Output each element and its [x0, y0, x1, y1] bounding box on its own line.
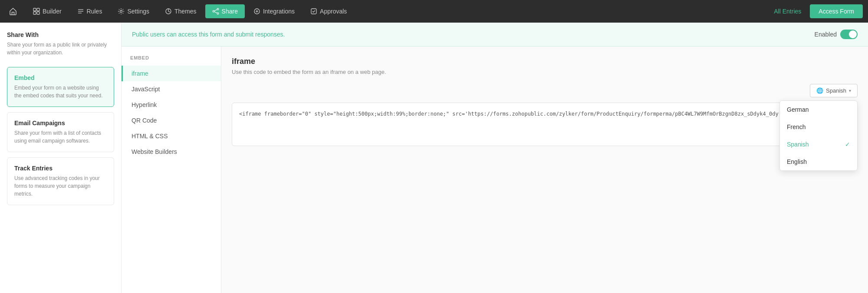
sidebar-card-embed[interactable]: Embed Embed your form on a website using… — [7, 67, 114, 107]
toggle-knob — [849, 30, 857, 38]
toggle-wrapper: Enabled — [815, 30, 858, 39]
chevron-down-icon: ▾ — [849, 88, 851, 93]
globe-icon: 🌐 — [816, 87, 823, 94]
share-with-title: Share With — [7, 31, 114, 38]
embed-nav-html-css[interactable]: HTML & CSS — [122, 128, 221, 144]
home-button[interactable] — [5, 3, 21, 19]
dropdown-item-french[interactable]: French — [780, 118, 857, 136]
email-campaigns-card-title: Email Campaigns — [14, 120, 107, 127]
status-banner: Public users can access this form and su… — [122, 23, 868, 47]
svg-line-13 — [214, 12, 217, 13]
svg-rect-3 — [37, 12, 39, 14]
left-sidebar: Share With Share your form as a public l… — [0, 23, 122, 293]
embed-nav-title: EMBED — [122, 55, 221, 60]
content-area: Public users can access this form and su… — [122, 23, 868, 293]
nav-settings[interactable]: Settings — [111, 4, 156, 18]
embed-nav-qr-code[interactable]: QR Code — [122, 113, 221, 128]
embed-iframe-title: iframe — [232, 57, 858, 66]
nav-integrations[interactable]: Integrations — [247, 4, 302, 18]
sidebar-card-track-entries[interactable]: Track Entries Use advanced tracking code… — [7, 157, 114, 205]
svg-rect-2 — [33, 12, 36, 14]
svg-line-12 — [214, 10, 217, 11]
embed-nav-iframe[interactable]: iframe — [122, 66, 221, 81]
embed-main-content: iframe Use this code to embed the form a… — [221, 47, 868, 293]
language-selector-wrapper: 🌐 Spanish ▾ German French Spanish — [232, 84, 858, 97]
email-campaigns-card-desc: Share your form with a list of contacts … — [14, 129, 107, 145]
access-form-button[interactable]: Access Form — [810, 4, 863, 18]
dropdown-item-german[interactable]: German — [780, 101, 857, 118]
embed-nav-website-builders[interactable]: Website Builders — [122, 144, 221, 160]
selected-language-label: Spanish — [826, 87, 846, 94]
language-selector-button[interactable]: 🌐 Spanish ▾ — [810, 84, 858, 97]
embed-nav-hyperlink[interactable]: Hyperlink — [122, 97, 221, 113]
banner-text: Public users can access this form and su… — [132, 31, 285, 38]
svg-point-11 — [217, 13, 219, 14]
svg-rect-17 — [311, 9, 316, 14]
code-snippet-text: <iframe frameborder="0" style="height:50… — [239, 110, 850, 118]
dropdown-item-spanish[interactable]: Spanish ✓ — [780, 136, 857, 153]
share-with-section: Share With Share your form as a public l… — [7, 31, 114, 57]
track-entries-card-desc: Use advanced tracking codes in your form… — [14, 174, 107, 198]
all-entries-link[interactable]: All Entries — [774, 8, 801, 15]
language-dropdown: German French Spanish ✓ English — [779, 100, 858, 171]
selected-check-icon: ✓ — [845, 141, 850, 148]
nav-themes[interactable]: Themes — [158, 4, 204, 18]
content-body: EMBED iframe JavaScript Hyperlink QR Cod… — [122, 47, 868, 293]
nav-rules[interactable]: Rules — [70, 4, 109, 18]
nav-builder[interactable]: Builder — [26, 4, 69, 18]
embed-navigation: EMBED iframe JavaScript Hyperlink QR Cod… — [122, 47, 221, 293]
svg-point-7 — [120, 10, 122, 13]
svg-point-9 — [217, 8, 219, 10]
nav-approvals[interactable]: Approvals — [303, 4, 354, 18]
embed-card-title: Embed — [14, 74, 107, 81]
embed-iframe-desc: Use this code to embed the form as an if… — [232, 69, 858, 75]
svg-rect-0 — [33, 8, 36, 11]
share-with-desc: Share your form as a public link or priv… — [7, 41, 114, 57]
track-entries-card-title: Track Entries — [14, 165, 107, 172]
svg-rect-1 — [37, 8, 39, 11]
nav-share[interactable]: Share — [205, 4, 245, 18]
top-navigation: Builder Rules Settings Themes Share Inte… — [0, 0, 868, 23]
embed-nav-javascript[interactable]: JavaScript — [122, 81, 221, 97]
embed-card-desc: Embed your form on a website using the e… — [14, 84, 107, 100]
toggle-label: Enabled — [815, 31, 837, 38]
dropdown-item-english[interactable]: English — [780, 153, 857, 170]
main-wrapper: Share With Share your form as a public l… — [0, 23, 868, 293]
sidebar-card-email-campaigns[interactable]: Email Campaigns Share your form with a l… — [7, 112, 114, 152]
enabled-toggle[interactable] — [840, 30, 858, 39]
svg-point-10 — [213, 10, 214, 12]
code-snippet-box: <iframe frameborder="0" style="height:50… — [232, 103, 858, 146]
